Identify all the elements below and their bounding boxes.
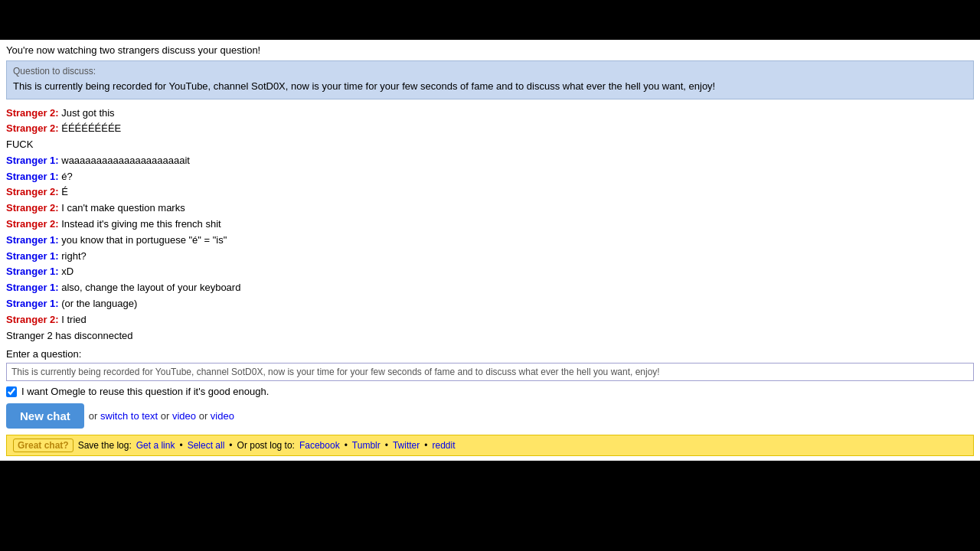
stranger1-label: Stranger 1: [6, 250, 61, 262]
question-text: This is currently being recorded for You… [13, 79, 967, 94]
stranger2-label: Stranger 2: [6, 107, 61, 119]
sep4: • [385, 440, 388, 451]
chat-message: Just got this [61, 107, 114, 119]
question-input[interactable] [6, 363, 974, 381]
stranger1-label: Stranger 1: [6, 171, 61, 182]
stranger1-label: Stranger 1: [6, 282, 61, 293]
chat-message: you know that in portuguese "é" = "is" [61, 234, 227, 246]
video-link-1[interactable]: video [172, 410, 196, 422]
reuse-checkbox[interactable] [6, 386, 17, 397]
chat-line: Stranger 2: I tried [6, 312, 974, 328]
stranger2-label: Stranger 2: [6, 122, 61, 134]
stranger2-label: Stranger 2: [6, 314, 61, 325]
chat-line: Stranger 2 has disconnected [6, 328, 974, 344]
chat-message: xD [61, 266, 74, 277]
chat-area: Stranger 2: Just got thisStranger 2: ÉÉÉ… [6, 106, 974, 344]
reddit-link[interactable]: reddit [432, 440, 455, 451]
chat-line: Stranger 2: ÉÉÉÉÉÉÉÉE [6, 121, 974, 137]
chat-message: waaaaaaaaaaaaaaaaaaaaait [61, 155, 190, 166]
stranger1-label: Stranger 1: [6, 155, 61, 166]
chat-line: Stranger 1: also, change the layout of y… [6, 280, 974, 296]
chat-message: (or the language) [61, 298, 137, 309]
chat-message: ÉÉÉÉÉÉÉÉE [61, 122, 121, 134]
chat-message: I tried [61, 314, 87, 325]
reuse-row: I want Omegle to reuse this question if … [6, 386, 974, 397]
tumblr-link[interactable]: Tumblr [352, 440, 381, 451]
bottom-bar [0, 461, 980, 499]
save-text: Save the log: [78, 440, 132, 451]
chat-line: Stranger 1: you know that in portuguese … [6, 233, 974, 249]
or-text-1: or [89, 410, 98, 422]
main-content: You're now watching two strangers discus… [0, 40, 980, 461]
or-text-2: or [161, 410, 172, 422]
save-log-row: Great chat? Save the log: Get a link • S… [6, 435, 974, 456]
chat-line: Stranger 1: right? [6, 249, 974, 265]
stranger2-label: Stranger 2: [6, 218, 61, 230]
question-box: Question to discuss: This is currently b… [6, 60, 974, 99]
switch-to-text-link[interactable]: switch to text [100, 410, 158, 422]
select-all-link[interactable]: Select all [188, 440, 225, 451]
chat-line: Stranger 2: É [6, 184, 974, 201]
stranger1-label: Stranger 1: [6, 234, 61, 246]
video-link-2[interactable]: video [211, 410, 234, 422]
sep2: • [229, 440, 232, 451]
chat-line: FUCK [6, 137, 974, 153]
chat-line: Stranger 2: I can't make question marks [6, 201, 974, 217]
chat-line: Stranger 1: waaaaaaaaaaaaaaaaaaaaait [6, 153, 974, 169]
chat-line: Stranger 1: é? [6, 169, 974, 185]
new-chat-row: New chat or switch to text or video or v… [6, 403, 974, 429]
or-post-log-to: Or post log to: [237, 440, 295, 451]
new-chat-button[interactable]: New chat [6, 403, 84, 429]
sep5: • [424, 440, 427, 451]
great-chat-badge: Great chat? [13, 439, 74, 452]
reuse-label: I want Omegle to reuse this question if … [21, 386, 269, 397]
chat-line: Stranger 2: Instead it's giving me this … [6, 217, 974, 233]
stranger2-label: Stranger 2: [6, 186, 61, 197]
top-bar [0, 0, 980, 40]
chat-line: Stranger 1: (or the language) [6, 296, 974, 312]
chat-message: Instead it's giving me this french shit [61, 218, 220, 230]
chat-message: é? [61, 171, 72, 182]
chat-message: also, change the layout of your keyboard [61, 282, 240, 293]
chat-message: É [61, 186, 68, 197]
sep1: • [179, 440, 182, 451]
twitter-link[interactable]: Twitter [393, 440, 420, 451]
chat-line: Stranger 2: Just got this [6, 106, 974, 122]
chat-line: Stranger 1: xD [6, 264, 974, 280]
or-text-3: or [199, 410, 211, 422]
chat-message: I can't make question marks [61, 202, 185, 214]
enter-question-label: Enter a question: [6, 348, 974, 360]
get-link-link[interactable]: Get a link [136, 440, 175, 451]
question-label: Question to discuss: [13, 66, 967, 77]
or-links: or switch to text or video or video [89, 410, 234, 422]
stranger1-label: Stranger 1: [6, 266, 61, 277]
stranger2-label: Stranger 2: [6, 202, 61, 214]
watching-notice: You're now watching two strangers discus… [6, 44, 974, 56]
stranger1-label: Stranger 1: [6, 298, 61, 309]
facebook-link[interactable]: Facebook [299, 440, 340, 451]
sep3: • [345, 440, 348, 451]
chat-message: right? [61, 250, 87, 262]
